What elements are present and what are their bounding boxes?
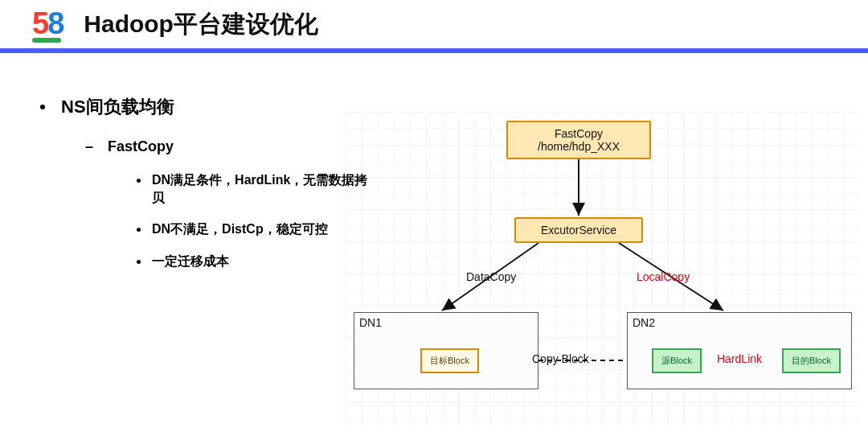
bullet-level3-c: 一定迁移成本	[137, 253, 378, 270]
fastcopy-line1: FastCopy	[555, 127, 603, 140]
bullet-dot-icon	[40, 105, 45, 109]
dn1-label: DN1	[359, 316, 382, 329]
logo-digit-8: 8	[47, 6, 63, 40]
bullet-dot-icon	[137, 228, 141, 232]
logo-digit-5: 5	[32, 6, 47, 40]
bullet-dash-icon: –	[85, 138, 93, 155]
logo-58: 58	[32, 6, 63, 43]
node-dn2: DN2 源Block 目的Block	[627, 312, 852, 389]
executor-text: ExcutorService	[541, 224, 616, 237]
bullet-level3-a: DN满足条件，HardLink，无需数据拷贝	[137, 171, 378, 206]
slide-header: 58 Hadoop平台建设优化	[0, 0, 868, 53]
bullet-content: NS间负载均衡 – FastCopy DN满足条件，HardLink，无需数据拷…	[40, 95, 378, 284]
dn2-label: DN2	[633, 316, 655, 329]
diagram-area: FastCopy /home/hdp_XXX ExcutorService Da…	[346, 113, 860, 426]
label-hardlink: HardLink	[717, 352, 762, 365]
bullet-dot-icon	[137, 179, 141, 183]
block-target: 目标Block	[420, 348, 479, 373]
bullet-level3-b: DN不满足，DistCp，稳定可控	[137, 220, 378, 238]
bullet-l3a-text: DN满足条件，HardLink，无需数据拷贝	[152, 171, 378, 206]
bullet-level1: NS间负载均衡	[40, 95, 378, 119]
node-dn1: DN1 目标Block	[354, 312, 538, 389]
bullet-l2-text: FastCopy	[108, 138, 174, 155]
label-copy-block: Copy Block	[532, 352, 589, 365]
block-dest: 目的Block	[782, 348, 841, 373]
bullet-l3c-text: 一定迁移成本	[152, 253, 229, 270]
node-executor-service: ExcutorService	[514, 217, 643, 243]
bullet-level2: – FastCopy	[85, 138, 378, 155]
bullet-l1-text: NS间负载均衡	[61, 95, 174, 119]
label-datacopy: DataCopy	[466, 270, 516, 283]
slide-title: Hadoop平台建设优化	[84, 8, 318, 41]
label-localcopy: LocalCopy	[637, 270, 690, 283]
node-fastcopy: FastCopy /home/hdp_XXX	[506, 121, 651, 159]
bullet-dot-icon	[137, 260, 141, 264]
fastcopy-line2: /home/hdp_XXX	[538, 140, 620, 153]
bullet-l3b-text: DN不满足，DistCp，稳定可控	[152, 220, 328, 238]
block-source: 源Block	[652, 348, 702, 373]
